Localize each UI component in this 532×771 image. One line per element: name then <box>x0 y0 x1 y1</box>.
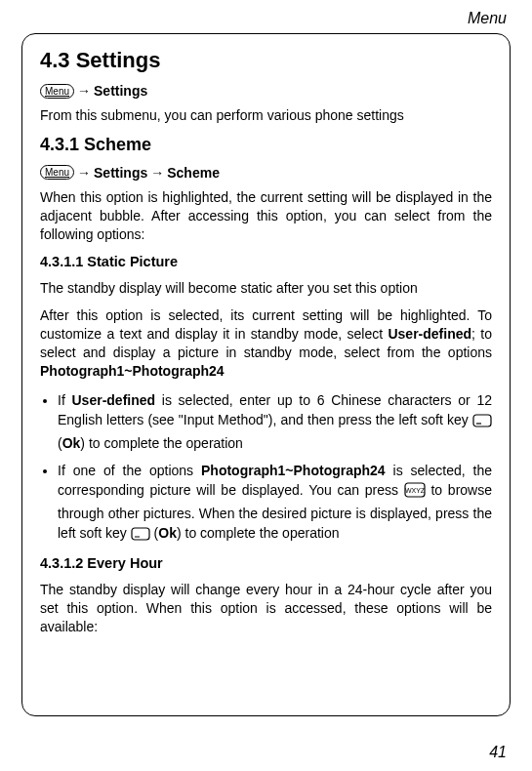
browse-icon: WXYZ <box>404 482 426 503</box>
content-frame: 4.3 Settings Menu → Settings From this s… <box>21 33 511 716</box>
nav-item: Scheme <box>167 165 220 181</box>
text-span: If <box>58 392 72 408</box>
list-item: If one of the options Photograph1~Photog… <box>58 461 492 546</box>
bold-text: Ok <box>158 525 177 541</box>
paragraph: The standby display will change every ho… <box>40 581 492 636</box>
text-span: If one of the options <box>58 463 201 478</box>
list-item: If User-defined is selected, enter up to… <box>58 390 492 453</box>
paragraph: After this option is selected, its curre… <box>40 306 492 381</box>
heading-every-hour: 4.3.1.2 Every Hour <box>40 555 492 571</box>
page: Menu 4.3 Settings Menu → Settings From t… <box>0 0 532 771</box>
nav-item: Settings <box>94 165 147 181</box>
text-span: ( <box>150 525 159 541</box>
option-list: If User-defined is selected, enter up to… <box>40 390 492 546</box>
bold-text: User-defined <box>72 392 156 408</box>
softkey-icon <box>131 526 150 546</box>
svg-rect-4 <box>132 528 149 540</box>
arrow-icon: → <box>150 165 164 181</box>
arrow-icon: → <box>77 83 91 99</box>
page-number: 41 <box>489 744 507 761</box>
svg-text:WXYZ: WXYZ <box>405 487 426 494</box>
paragraph: When this option is highlighted, the cur… <box>40 188 492 244</box>
paragraph: From this submenu, you can perform vario… <box>40 106 492 125</box>
bold-text: Photograph1~Photograph24 <box>201 463 386 478</box>
arrow-icon: → <box>77 165 91 181</box>
page-header: Menu <box>21 10 511 27</box>
menu-icon: Menu <box>40 165 74 180</box>
menu-icon: Menu <box>40 84 74 99</box>
heading-static-picture: 4.3.1.1 Static Picture <box>40 254 492 269</box>
text-span: ) to complete the operation <box>177 525 340 541</box>
heading-settings: 4.3 Settings <box>40 48 492 73</box>
nav-item: Settings <box>94 83 147 99</box>
paragraph: The standby display will become static a… <box>40 279 492 298</box>
heading-scheme: 4.3.1 Scheme <box>40 135 492 155</box>
nav-path-scheme: Menu → Settings → Scheme <box>40 165 492 181</box>
bold-text: Ok <box>62 435 81 451</box>
svg-rect-0 <box>473 415 491 426</box>
nav-path-settings: Menu → Settings <box>40 83 492 99</box>
softkey-icon <box>472 413 492 432</box>
bold-text: Photograph1~Photograph24 <box>40 363 225 379</box>
bold-text: User-defined <box>388 326 471 342</box>
text-span: ) to complete the operation <box>80 435 243 451</box>
